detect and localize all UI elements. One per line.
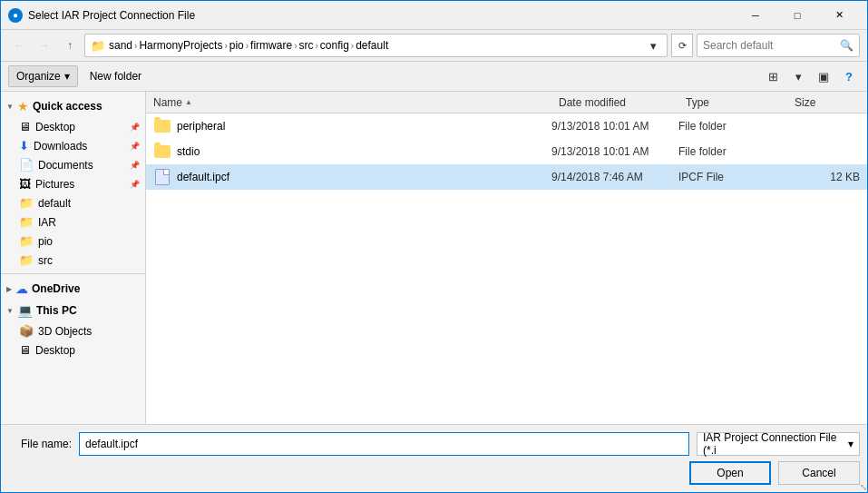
sidebar-item-3d-objects[interactable]: 📦 3D Objects — [1, 321, 145, 340]
sidebar: ▼ ★ Quick access 🖥 Desktop 📌 ⬇ Downloads… — [1, 92, 146, 424]
search-box: 🔍 — [697, 34, 860, 57]
file-date-peripheral: 9/13/2018 10:01 AM — [551, 120, 678, 133]
breadcrumb-dropdown-button[interactable]: ▾ — [645, 34, 661, 57]
app-icon: ● — [8, 8, 23, 23]
filename-row: File name: IAR Project Connection File (… — [8, 432, 860, 456]
default-folder-icon: 📁 — [19, 196, 34, 210]
breadcrumb-firmware[interactable]: firmware — [250, 39, 292, 52]
documents-pin-icon: 📌 — [130, 161, 140, 170]
sidebar-pio-label: pio — [38, 235, 140, 248]
file-icon-img — [155, 169, 170, 185]
col-header-date[interactable]: Date modified — [555, 92, 682, 113]
refresh-button[interactable]: ⟳ — [671, 34, 693, 57]
onedrive-chevron-icon: ▶ — [6, 285, 12, 293]
organize-chevron-icon: ▾ — [64, 70, 70, 83]
window-title: Select IAR Project Connection File — [28, 9, 735, 22]
breadcrumb-pio[interactable]: pio — [229, 39, 244, 52]
onedrive-label: OneDrive — [32, 282, 80, 295]
file-list: peripheral 9/13/2018 10:01 AM File folde… — [146, 113, 867, 424]
organize-toolbar: Organize ▾ New folder ⊞ ▾ ▣ ? — [1, 62, 867, 92]
iar-folder-icon: 📁 — [19, 215, 34, 229]
quick-access-chevron-icon: ▼ — [6, 103, 14, 111]
downloads-pin-icon: 📌 — [130, 142, 140, 151]
sidebar-item-desktop[interactable]: 🖥 Desktop 📌 — [1, 117, 145, 136]
quick-access-label: Quick access — [33, 100, 102, 113]
table-row[interactable]: stdio 9/13/2018 10:01 AM File folder — [146, 139, 867, 164]
pictures-icon: 🖼 — [19, 177, 31, 191]
col-header-name[interactable]: Name ▲ — [150, 92, 555, 113]
desktop2-icon: 🖥 — [19, 343, 31, 357]
file-name-stdio: stdio — [177, 145, 551, 158]
sidebar-item-downloads[interactable]: ⬇ Downloads 📌 — [1, 136, 145, 155]
breadcrumb-src[interactable]: src — [298, 39, 313, 52]
breadcrumb-config[interactable]: config — [320, 39, 349, 52]
resize-handle[interactable]: ⤡ — [854, 479, 867, 492]
view-button[interactable]: ⊞ — [762, 65, 784, 87]
organize-button[interactable]: Organize ▾ — [8, 65, 78, 87]
sidebar-item-src[interactable]: 📁 src — [1, 251, 145, 270]
help-button[interactable]: ? — [838, 65, 860, 87]
table-row[interactable]: peripheral 9/13/2018 10:01 AM File folde… — [146, 113, 867, 139]
preview-button[interactable]: ▣ — [813, 65, 834, 87]
file-type-peripheral: File folder — [678, 120, 787, 133]
folder-icon-img — [154, 120, 171, 133]
sidebar-item-iar[interactable]: 📁 IAR — [1, 212, 145, 232]
organize-label: Organize — [16, 70, 61, 83]
sidebar-item-desktop2[interactable]: 🖥 Desktop — [1, 340, 145, 360]
col-size-label: Size — [795, 96, 815, 109]
documents-icon: 📄 — [19, 158, 34, 172]
back-button[interactable]: ← — [8, 35, 30, 56]
sidebar-section-quick-access[interactable]: ▼ ★ Quick access — [1, 95, 145, 117]
filename-input[interactable] — [79, 432, 689, 456]
sidebar-item-pio[interactable]: 📁 pio — [1, 232, 145, 251]
filename-label: File name: — [8, 438, 72, 450]
sidebar-desktop-label: Desktop — [35, 121, 125, 133]
breadcrumb-harmonyprojects[interactable]: HarmonyProjects — [139, 39, 222, 52]
this-pc-label: This PC — [36, 304, 77, 317]
quick-access-star-icon: ★ — [17, 99, 29, 113]
folder-icon — [153, 117, 171, 135]
view-dropdown-button[interactable]: ▾ — [787, 65, 809, 87]
minimize-button[interactable]: ─ — [735, 1, 776, 30]
up-button[interactable]: ↑ — [59, 35, 81, 56]
sidebar-default-label: default — [38, 197, 140, 210]
sidebar-item-documents[interactable]: 📄 Documents 📌 — [1, 155, 145, 174]
folder-icon — [153, 143, 171, 161]
onedrive-icon: ☁ — [15, 281, 28, 296]
close-button[interactable]: ✕ — [818, 1, 860, 30]
col-header-size[interactable]: Size — [791, 92, 863, 113]
breadcrumb-default[interactable]: default — [356, 39, 388, 52]
breadcrumb-sand[interactable]: sand — [109, 39, 132, 52]
filetype-dropdown[interactable]: IAR Project Connection File (*.i ▾ — [697, 432, 860, 456]
sidebar-desktop2-label: Desktop — [35, 344, 140, 357]
cancel-button[interactable]: Cancel — [778, 461, 860, 485]
sidebar-section-this-pc[interactable]: ▼ 💻 This PC — [1, 300, 145, 321]
sidebar-item-pictures[interactable]: 🖼 Pictures 📌 — [1, 174, 145, 193]
file-date-stdio: 9/13/2018 10:01 AM — [551, 145, 678, 158]
buttons-row: Open Cancel — [8, 461, 860, 485]
table-row[interactable]: default.ipcf 9/14/2018 7:46 AM IPCF File… — [146, 164, 867, 190]
sidebar-section-onedrive[interactable]: ▶ ☁ OneDrive — [1, 278, 145, 300]
navigation-toolbar: ← → ↑ 📁 sand › HarmonyProjects › pio › f… — [1, 30, 867, 62]
folder-icon-img — [154, 145, 171, 158]
this-pc-icon: 💻 — [17, 303, 33, 318]
open-button[interactable]: Open — [689, 461, 771, 485]
pio-folder-icon: 📁 — [19, 234, 34, 248]
title-bar-controls: ─ □ ✕ — [735, 1, 860, 30]
col-header-type[interactable]: Type — [682, 92, 791, 113]
sidebar-3d-objects-label: 3D Objects — [38, 325, 140, 338]
new-folder-button[interactable]: New folder — [82, 65, 150, 87]
maximize-button[interactable]: □ — [776, 1, 818, 30]
file-type-default-ipcf: IPCF File — [678, 171, 787, 183]
search-input[interactable] — [703, 39, 840, 52]
main-content: ▼ ★ Quick access 🖥 Desktop 📌 ⬇ Downloads… — [1, 92, 867, 424]
file-icon — [153, 168, 171, 186]
sidebar-divider-1 — [1, 273, 145, 274]
file-date-default-ipcf: 9/14/2018 7:46 AM — [551, 171, 678, 183]
col-sort-icon: ▲ — [185, 98, 192, 106]
pictures-pin-icon: 📌 — [130, 180, 140, 189]
forward-button[interactable]: → — [34, 35, 55, 56]
file-size-default-ipcf: 12 KB — [787, 171, 860, 183]
sidebar-item-default[interactable]: 📁 default — [1, 193, 145, 212]
col-date-label: Date modified — [559, 96, 626, 109]
